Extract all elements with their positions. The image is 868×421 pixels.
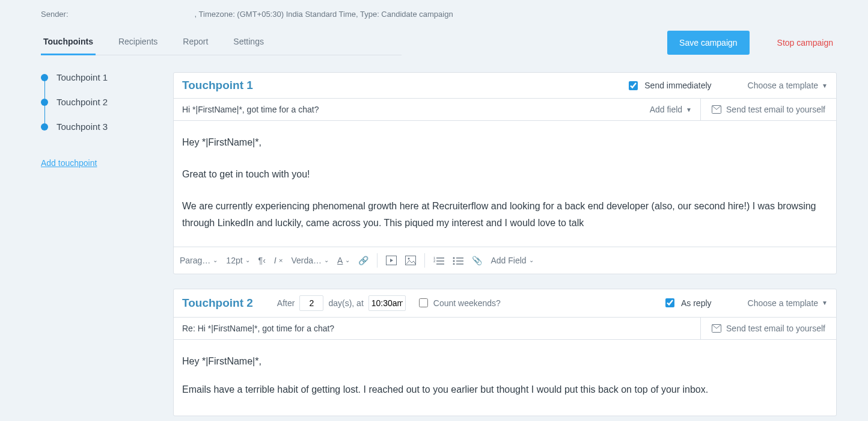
tab-report[interactable]: Report (180, 29, 210, 55)
chevron-down-icon: ⌄ (213, 257, 218, 263)
tab-recipients[interactable]: Recipients (116, 29, 160, 55)
timezone-label: , Timezone: (GMT+05:30) India Standard T… (195, 10, 453, 19)
choose-template-dropdown[interactable]: Choose a template ▼ (748, 81, 828, 90)
sidebar-item-touchpoint-1[interactable]: Touchpoint 1 (41, 72, 161, 82)
timeline-dot-icon (41, 74, 48, 81)
caret-down-icon: ▼ (686, 106, 692, 113)
envelope-icon (712, 105, 721, 114)
days-label: day(s), at (328, 298, 363, 308)
timeline-dot-icon (41, 99, 48, 106)
svg-point-9 (453, 257, 455, 259)
sidebar-item-label: Touchpoint 2 (57, 97, 108, 107)
days-input[interactable] (299, 295, 323, 311)
timeline-dot-icon (41, 123, 48, 131)
touchpoint-2-title: Touchpoint 2 (182, 297, 253, 310)
sender-label: Sender: (41, 10, 69, 19)
touchpoint-1-card: Touchpoint 1 Send immediately Choose a t… (173, 72, 837, 274)
tab-settings[interactable]: Settings (231, 29, 266, 55)
touchpoint-2-card: Touchpoint 2 After day(s), at Count week… (173, 289, 837, 416)
tabs: Touchpoints Recipients Report Settings (41, 29, 402, 55)
time-input[interactable] (368, 295, 406, 311)
divider (377, 253, 377, 268)
touchpoint-1-title: Touchpoint 1 (182, 79, 253, 92)
unordered-list-icon[interactable] (453, 256, 463, 265)
editor-toolbar: Parag…⌄ 12pt⌄ ¶‹ I× Verda…⌄ A⌄ 🔗 12 📎 Ad… (174, 247, 836, 274)
sidebar-item-label: Touchpoint 1 (57, 72, 108, 82)
subject-field[interactable]: Hi *|FirstName|*, got time for a chat? (182, 105, 319, 114)
count-weekends-label: Count weekends? (433, 298, 501, 308)
caret-down-icon: ▼ (822, 82, 828, 89)
add-field-dropdown[interactable]: Add field ▼ (650, 105, 692, 114)
envelope-icon (712, 324, 721, 333)
send-immediately-label: Send immediately (644, 81, 711, 90)
caret-down-icon: ▼ (822, 300, 828, 306)
subject-field[interactable]: Re: Hi *|FirstName|*, got time for a cha… (182, 324, 334, 333)
ordered-list-icon[interactable]: 12 (433, 256, 444, 265)
after-label: After (277, 298, 295, 308)
sidebar: Touchpoint 1 Touchpoint 2 Touchpoint 3 A… (41, 72, 161, 421)
attachment-icon[interactable]: 📎 (472, 256, 482, 265)
save-campaign-button[interactable]: Save campaign (667, 31, 750, 55)
clear-format-icon[interactable]: I× (274, 256, 283, 265)
tab-touchpoints[interactable]: Touchpoints (41, 29, 96, 55)
email-body-editor[interactable]: Hey *|FirstName|*, Emails have a terribl… (174, 340, 836, 416)
svg-point-3 (408, 257, 410, 259)
divider (424, 253, 425, 268)
text-color-dropdown[interactable]: A⌄ (337, 256, 350, 265)
send-test-email-button[interactable]: Send test email to yourself (700, 99, 836, 120)
sidebar-item-touchpoint-2[interactable]: Touchpoint 2 (41, 97, 161, 107)
add-field-toolbar-dropdown[interactable]: Add Field⌄ (491, 256, 533, 265)
paragraph-style-dropdown[interactable]: Parag…⌄ (180, 256, 218, 265)
chevron-down-icon: ⌄ (345, 257, 350, 263)
sidebar-item-touchpoint-3[interactable]: Touchpoint 3 (41, 121, 161, 132)
add-touchpoint-link[interactable]: Add touchpoint (41, 158, 97, 168)
sidebar-item-label: Touchpoint 3 (57, 121, 108, 132)
as-reply-label: As reply (681, 298, 712, 308)
fontsize-dropdown[interactable]: 12pt⌄ (226, 256, 249, 265)
stop-campaign-button[interactable]: Stop campaign (774, 37, 837, 48)
chevron-down-icon: ⌄ (324, 257, 329, 263)
chevron-down-icon: ⌄ (529, 257, 534, 263)
svg-text:2: 2 (433, 259, 436, 263)
font-family-dropdown[interactable]: Verda…⌄ (292, 256, 329, 265)
insert-video-icon[interactable] (386, 256, 397, 265)
chevron-down-icon: ⌄ (245, 257, 250, 263)
campaign-meta: Sender: , Timezone: (GMT+05:30) India St… (41, 10, 837, 19)
timeline-line-icon (44, 105, 46, 123)
as-reply-checkbox[interactable] (665, 298, 674, 307)
choose-template-dropdown[interactable]: Choose a template ▼ (748, 298, 828, 308)
ltr-icon[interactable]: ¶‹ (258, 256, 266, 265)
link-icon[interactable]: 🔗 (358, 256, 368, 265)
send-test-email-button[interactable]: Send test email to yourself (700, 318, 836, 339)
svg-point-11 (453, 260, 455, 262)
count-weekends-checkbox[interactable] (419, 298, 428, 307)
svg-point-13 (453, 263, 455, 265)
insert-image-icon[interactable] (405, 256, 416, 265)
timeline-line-icon (44, 81, 46, 99)
send-immediately-checkbox[interactable] (629, 81, 638, 90)
email-body-editor[interactable]: Hey *|FirstName|*, Great to get in touch… (174, 121, 836, 247)
